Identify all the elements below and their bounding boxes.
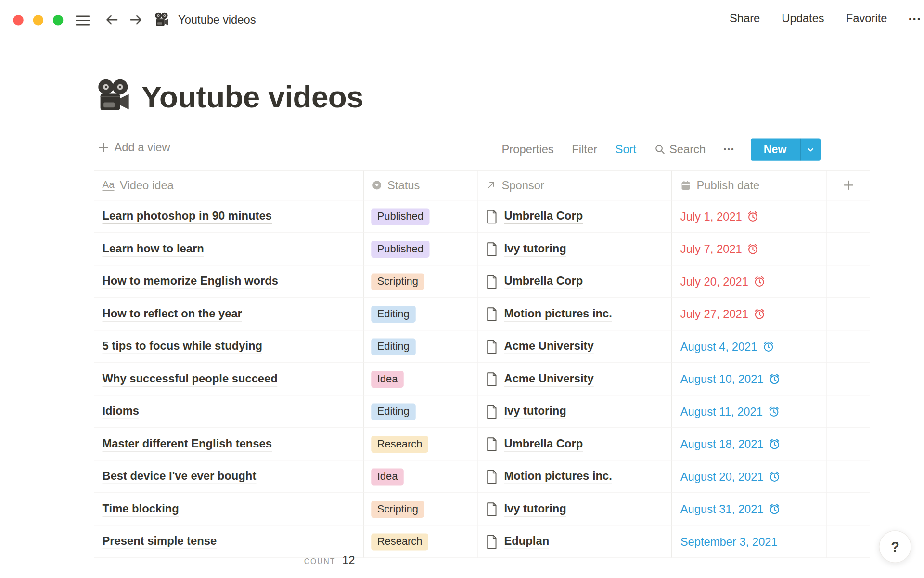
new-button[interactable]: New — [750, 138, 820, 160]
status-badge[interactable]: Published — [371, 240, 429, 257]
table-row[interactable]: Best device I've ever bought Idea Motion… — [94, 460, 870, 493]
publish-date-cell[interactable]: July 7, 2021 — [671, 233, 827, 265]
status-badge[interactable]: Published — [371, 208, 429, 225]
sponsor-cell[interactable]: Umbrella Corp — [478, 200, 672, 232]
relation-link[interactable]: Acme University — [504, 371, 594, 386]
status-cell[interactable]: Editing — [363, 298, 478, 330]
table-row[interactable]: Time blocking Scripting Ivy tutoring Aug… — [94, 493, 870, 526]
traffic-light-close[interactable] — [13, 15, 24, 25]
count-footer[interactable]: COUNT 12 — [94, 554, 355, 567]
relation-link[interactable]: Ivy tutoring — [504, 241, 566, 256]
forward-arrow-icon[interactable] — [128, 12, 144, 28]
table-row[interactable]: Learn how to learn Published Ivy tutorin… — [94, 233, 870, 266]
status-cell[interactable]: Published — [363, 200, 478, 232]
sort-button[interactable]: Sort — [616, 143, 637, 156]
video-idea-cell[interactable]: Why successful people succeed — [94, 363, 363, 395]
relation-link[interactable]: Umbrella Corp — [504, 436, 583, 451]
table-row[interactable]: 5 tips to focus while studying Editing A… — [94, 330, 870, 363]
column-header-status[interactable]: Status — [363, 171, 478, 200]
share-button[interactable]: Share — [730, 12, 760, 26]
page-link[interactable]: Master different English tenses — [103, 436, 272, 451]
publish-date-cell[interactable]: August 18, 2021 — [671, 428, 827, 460]
video-idea-cell[interactable]: Best device I've ever bought — [94, 460, 363, 492]
video-idea-cell[interactable]: Idioms — [94, 395, 363, 427]
sponsor-cell[interactable]: Umbrella Corp — [478, 428, 672, 460]
relation-link[interactable]: Motion pictures inc. — [504, 306, 612, 321]
page-link[interactable]: 5 tips to focus while studying — [103, 339, 263, 354]
status-cell[interactable]: Research — [363, 525, 478, 557]
table-row[interactable]: Learn photoshop in 90 minutes Published … — [94, 200, 870, 233]
relation-link[interactable]: Ivy tutoring — [504, 404, 566, 419]
status-badge[interactable]: Editing — [371, 338, 415, 355]
video-idea-cell[interactable]: How to reflect on the year — [94, 298, 363, 330]
publish-date-cell[interactable]: August 4, 2021 — [671, 330, 827, 362]
table-row[interactable]: Idioms Editing Ivy tutoring August 11, 2… — [94, 395, 870, 428]
updates-button[interactable]: Updates — [782, 12, 824, 26]
status-cell[interactable]: Editing — [363, 395, 478, 427]
new-dropdown-button[interactable] — [800, 138, 820, 160]
status-badge[interactable]: Research — [371, 533, 428, 550]
publish-date-cell[interactable]: August 31, 2021 — [671, 493, 827, 525]
add-column-button[interactable] — [827, 171, 870, 200]
publish-date-cell[interactable]: September 3, 2021 — [671, 525, 827, 557]
traffic-light-minimize[interactable] — [33, 15, 43, 25]
relation-link[interactable]: Eduplan — [504, 534, 550, 549]
page-link[interactable]: Learn how to learn — [103, 241, 204, 256]
sponsor-cell[interactable]: Motion pictures inc. — [478, 298, 672, 330]
relation-link[interactable]: Umbrella Corp — [504, 274, 583, 289]
table-row[interactable]: How to memorize English words Scripting … — [94, 265, 870, 298]
status-badge[interactable]: Idea — [371, 468, 404, 485]
table-row[interactable]: Present simple tense Research Eduplan Se… — [94, 525, 870, 558]
sponsor-cell[interactable]: Ivy tutoring — [478, 493, 672, 525]
relation-link[interactable]: Umbrella Corp — [504, 209, 583, 224]
sponsor-cell[interactable]: Acme University — [478, 330, 672, 362]
page-title[interactable]: Youtube videos — [141, 79, 363, 115]
relation-link[interactable]: Ivy tutoring — [504, 501, 566, 516]
publish-date-cell[interactable]: July 27, 2021 — [671, 298, 827, 330]
relation-link[interactable]: Motion pictures inc. — [504, 469, 612, 484]
table-row[interactable]: Why successful people succeed Idea Acme … — [94, 363, 870, 396]
search-button[interactable]: Search — [654, 143, 706, 156]
relation-link[interactable]: Acme University — [504, 339, 594, 354]
page-link[interactable]: How to reflect on the year — [103, 306, 242, 321]
status-cell[interactable]: Idea — [363, 363, 478, 395]
sponsor-cell[interactable]: Eduplan — [478, 525, 672, 557]
page-link[interactable]: Present simple tense — [103, 534, 217, 549]
column-header-video-idea[interactable]: Aa Video idea — [94, 171, 363, 200]
favorite-button[interactable]: Favorite — [846, 12, 887, 26]
page-link[interactable]: How to memorize English words — [103, 274, 279, 289]
sponsor-cell[interactable]: Motion pictures inc. — [478, 460, 672, 492]
video-idea-cell[interactable]: Time blocking — [94, 493, 363, 525]
traffic-light-zoom[interactable] — [53, 15, 63, 25]
filter-button[interactable]: Filter — [572, 143, 597, 156]
page-link[interactable]: Why successful people succeed — [103, 371, 278, 386]
status-badge[interactable]: Scripting — [371, 500, 424, 517]
sponsor-cell[interactable]: Ivy tutoring — [478, 395, 672, 427]
sponsor-cell[interactable]: Umbrella Corp — [478, 265, 672, 297]
table-more-icon[interactable]: ••• — [724, 145, 735, 154]
video-idea-cell[interactable]: How to memorize English words — [94, 265, 363, 297]
video-idea-cell[interactable]: Learn photoshop in 90 minutes — [94, 200, 363, 232]
video-idea-cell[interactable]: 5 tips to focus while studying — [94, 330, 363, 362]
properties-button[interactable]: Properties — [502, 143, 554, 156]
sponsor-cell[interactable]: Ivy tutoring — [478, 233, 672, 265]
page-link[interactable]: Learn photoshop in 90 minutes — [103, 209, 272, 224]
status-badge[interactable]: Editing — [371, 403, 415, 420]
status-cell[interactable]: Research — [363, 428, 478, 460]
status-cell[interactable]: Published — [363, 233, 478, 265]
page-icon-movie-camera[interactable] — [96, 77, 134, 115]
page-link[interactable]: Time blocking — [103, 501, 179, 516]
breadcrumb-page-title[interactable]: Youtube videos — [178, 13, 256, 27]
publish-date-cell[interactable]: August 10, 2021 — [671, 363, 827, 395]
column-header-publish-date[interactable]: Publish date — [671, 171, 827, 200]
publish-date-cell[interactable]: July 20, 2021 — [671, 265, 827, 297]
more-options-icon[interactable]: ••• — [909, 14, 922, 23]
status-badge[interactable]: Research — [371, 435, 428, 452]
video-idea-cell[interactable]: Learn how to learn — [94, 233, 363, 265]
status-cell[interactable]: Scripting — [363, 493, 478, 525]
status-badge[interactable]: Editing — [371, 305, 415, 322]
publish-date-cell[interactable]: August 20, 2021 — [671, 460, 827, 492]
video-idea-cell[interactable]: Present simple tense — [94, 525, 363, 557]
status-badge[interactable]: Idea — [371, 370, 404, 387]
table-row[interactable]: How to reflect on the year Editing Motio… — [94, 298, 870, 331]
